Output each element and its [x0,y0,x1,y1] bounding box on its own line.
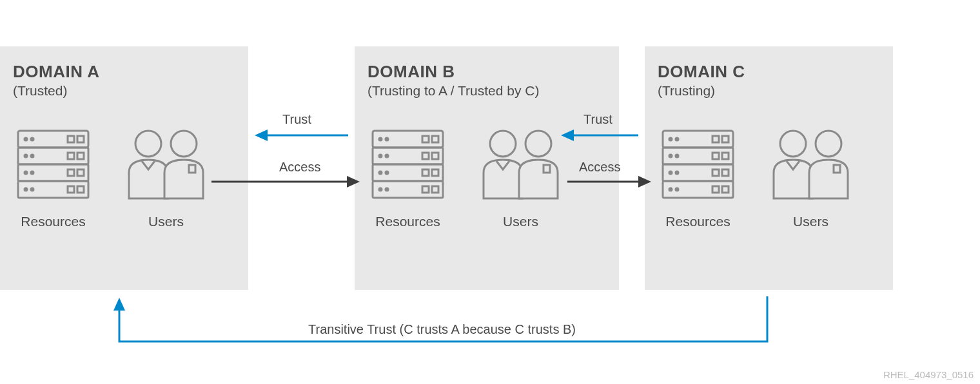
svg-point-5 [31,138,34,140]
svg-point-50 [669,138,672,140]
footer-id: RHEL_404973_0516 [883,369,974,380]
domain-c-box: DOMAIN C (Trusting) [645,46,893,290]
domain-c-resources: Resources [658,124,738,229]
users-icon [474,124,567,205]
transitive-trust-arrow [106,293,770,348]
svg-rect-15 [77,169,84,176]
domain-b-subtitle: (Trusting to A / Trusted by C) [368,83,606,99]
svg-point-58 [669,171,672,174]
svg-point-21 [171,131,197,157]
svg-rect-34 [432,153,438,159]
domain-c-users: Users [764,124,858,229]
svg-rect-41 [422,186,429,193]
svg-point-43 [490,131,516,157]
svg-point-4 [24,138,27,140]
diagram-canvas: DOMAIN A (Trusted) [0,0,980,384]
svg-rect-30 [432,136,438,142]
svg-point-36 [386,171,388,174]
domain-b-resources: Resources [368,124,448,229]
access-arrow-a-to-b [211,174,360,189]
svg-point-28 [386,138,388,140]
domain-c-users-label: Users [793,214,828,229]
access-label-ab: Access [279,160,320,175]
svg-point-20 [135,131,161,157]
svg-marker-70 [255,130,268,141]
svg-point-32 [386,155,388,157]
domain-b-title: DOMAIN B [368,62,606,82]
svg-rect-64 [712,186,719,193]
domain-c-title: DOMAIN C [658,62,880,82]
svg-rect-33 [422,153,429,159]
svg-marker-76 [638,176,651,187]
svg-point-12 [24,171,27,174]
svg-rect-18 [68,186,74,193]
svg-point-17 [31,188,34,191]
svg-point-27 [379,138,382,140]
svg-rect-10 [68,153,74,159]
svg-point-63 [676,188,678,191]
svg-point-44 [525,131,551,157]
svg-point-40 [386,188,388,191]
domain-a-users-label: Users [148,214,184,229]
domain-c-subtitle: (Trusting) [658,83,880,99]
svg-point-35 [379,171,382,174]
domain-a-box: DOMAIN A (Trusted) [0,46,248,290]
svg-rect-7 [77,136,84,142]
svg-rect-52 [712,136,719,142]
svg-rect-61 [722,169,729,176]
domain-a-title: DOMAIN A [13,62,235,82]
svg-rect-6 [68,136,74,142]
access-label-bc: Access [579,160,620,175]
domain-a-subtitle: (Trusted) [13,83,235,99]
svg-point-51 [676,138,678,140]
svg-marker-77 [113,298,125,311]
svg-point-54 [669,155,672,157]
svg-point-67 [816,131,841,157]
svg-rect-60 [712,169,719,176]
svg-rect-29 [422,136,429,142]
svg-rect-57 [722,153,729,159]
svg-rect-56 [712,153,719,159]
server-icon [658,124,738,205]
svg-rect-19 [77,186,84,193]
trust-label-ab: Trust [282,112,311,127]
svg-point-8 [24,155,27,157]
svg-point-9 [31,155,34,157]
svg-point-62 [669,188,672,191]
trust-arrow-c-to-b [561,128,638,143]
svg-point-55 [676,155,678,157]
trust-arrow-b-to-a [255,128,348,143]
svg-rect-11 [77,153,84,159]
users-icon [764,124,858,205]
domain-a-resources: Resources [13,124,93,229]
svg-point-31 [379,155,382,157]
svg-point-66 [780,131,806,157]
svg-point-16 [24,188,27,191]
svg-point-39 [379,188,382,191]
users-icon [119,124,213,205]
domain-a-users: Users [119,124,213,229]
domain-b-users-label: Users [503,214,538,229]
server-icon [13,124,93,205]
svg-point-13 [31,171,34,174]
svg-rect-14 [68,169,74,176]
svg-rect-53 [722,136,729,142]
domain-a-resources-label: Resources [21,214,85,229]
domain-b-resources-label: Resources [375,214,440,229]
domain-c-resources-label: Resources [665,214,730,229]
svg-rect-65 [722,186,729,193]
svg-rect-38 [432,169,438,176]
domain-c-content: Resources Users [658,124,880,229]
access-arrow-b-to-c [567,174,651,189]
domain-b-users: Users [474,124,567,229]
trust-label-bc: Trust [583,112,612,127]
svg-point-59 [676,171,678,174]
domain-a-content: Resources Users [13,124,235,229]
transitive-label: Transitive Trust (C trusts A because C t… [308,322,576,337]
svg-rect-42 [432,186,438,193]
svg-marker-74 [561,130,574,141]
svg-rect-37 [422,169,429,176]
svg-marker-72 [347,176,360,187]
server-icon [368,124,448,205]
